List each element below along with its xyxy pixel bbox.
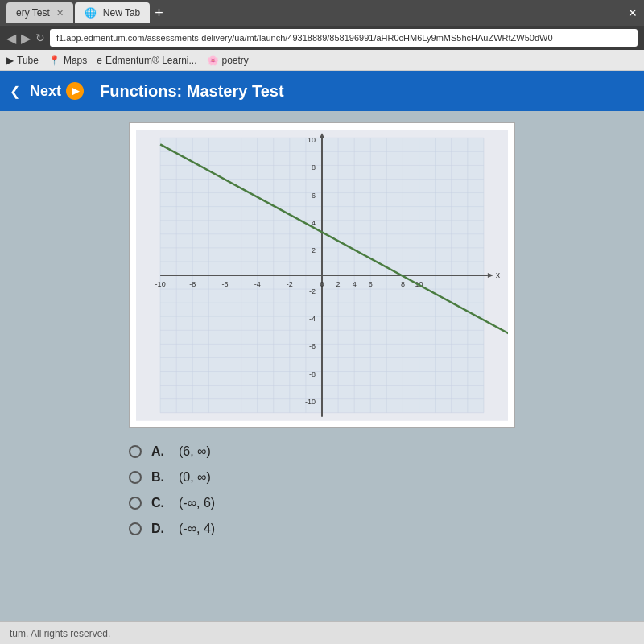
svg-text:6: 6 [312,192,316,200]
svg-text:-2: -2 [287,280,293,288]
bookmark-label: Tube [17,55,39,66]
label-a: A. [151,444,169,459]
value-b: (0, ∞) [179,470,211,485]
tab-close-icon[interactable]: ✕ [56,8,64,19]
address-text: f1.app.edmentum.com/assessments-delivery… [56,33,553,43]
svg-text:0: 0 [320,280,324,288]
poetry-icon: 🌸 [207,55,219,66]
edmentum-icon: e [97,55,102,66]
choice-a[interactable]: A. (6, ∞) [129,444,515,459]
next-button[interactable]: Next ▶ [30,82,84,100]
tube-icon: ▶ [6,55,14,66]
bookmark-label: Maps [64,55,87,66]
new-tab-button[interactable]: + [155,5,163,22]
graph-container: -10 -8 -6 -4 -2 0 2 4 6 8 10 x 10 8 6 [129,122,515,428]
svg-text:-10: -10 [155,280,166,288]
close-window-button[interactable]: ✕ [628,6,638,19]
radio-d[interactable] [129,522,142,535]
svg-text:4: 4 [353,280,357,288]
value-d: (-∞, 4) [179,522,215,536]
svg-text:-4: -4 [309,315,316,323]
bookmark-poetry[interactable]: 🌸 poetry [207,55,249,66]
value-a: (6, ∞) [179,444,211,459]
bookmark-tube[interactable]: ▶ Tube [6,55,39,66]
choice-b[interactable]: B. (0, ∞) [129,470,515,485]
next-label: Next [30,83,61,100]
label-c: C. [151,496,169,510]
page-title: Functions: Mastery Test [100,82,284,101]
svg-text:2: 2 [312,246,316,254]
svg-text:8: 8 [312,163,316,171]
svg-text:-2: -2 [309,287,316,295]
svg-text:-10: -10 [305,398,316,406]
bookmark-label: Edmentum® Learni... [105,55,197,66]
svg-text:2: 2 [336,280,341,288]
answer-choices: A. (6, ∞) B. (0, ∞) C. (-∞, 6) D. (-∞, 4… [129,444,515,547]
tab-label: New Tab [103,7,140,19]
bookmark-label: poetry [222,55,249,66]
svg-text:6: 6 [369,280,373,288]
radio-c[interactable] [129,497,142,510]
address-bar: ◀ ▶ ↻ f1.app.edmentum.com/assessments-de… [0,26,644,50]
radio-b[interactable] [129,471,142,484]
app-header: ❮ Next ▶ Functions: Mastery Test [0,71,644,111]
next-arrow-icon: ▶ [66,82,84,100]
svg-text:4: 4 [312,219,316,227]
coordinate-graph: -10 -8 -6 -4 -2 0 2 4 6 8 10 x 10 8 6 [136,130,508,421]
tab-label: ery Test [16,7,50,19]
value-c: (-∞, 6) [179,496,215,510]
radio-a[interactable] [129,445,142,458]
refresh-button[interactable]: ↻ [35,31,45,44]
maps-icon: 📍 [48,55,60,66]
svg-text:-4: -4 [254,280,261,288]
svg-text:-8: -8 [189,280,196,288]
svg-text:-6: -6 [309,342,316,350]
svg-text:10: 10 [308,136,316,144]
bookmark-edmentum[interactable]: e Edmentum® Learni... [97,55,196,66]
back-button[interactable]: ◀ [6,31,16,46]
main-content: -10 -8 -6 -4 -2 0 2 4 6 8 10 x 10 8 6 [0,111,644,621]
collapse-icon[interactable]: ❮ [10,84,20,99]
label-b: B. [151,470,169,485]
new-tab-icon: 🌐 [85,7,97,19]
svg-text:-8: -8 [309,370,316,378]
tab-bar: ery Test ✕ 🌐 New Tab + ✕ [0,0,644,26]
bookmarks-bar: ▶ Tube 📍 Maps e Edmentum® Learni... 🌸 po… [0,50,644,71]
choice-d[interactable]: D. (-∞, 4) [129,522,515,536]
graph-area: -10 -8 -6 -4 -2 0 2 4 6 8 10 x 10 8 6 [136,130,508,421]
bookmark-maps[interactable]: 📍 Maps [48,55,87,66]
label-d: D. [151,522,169,536]
tab-new-tab[interactable]: 🌐 New Tab [75,2,150,23]
svg-text:x: x [496,270,500,279]
choice-c[interactable]: C. (-∞, 6) [129,496,515,510]
svg-text:-6: -6 [221,280,228,288]
browser-chrome: ery Test ✕ 🌐 New Tab + ✕ ◀ ▶ ↻ f1.app.ed… [0,0,644,71]
svg-text:8: 8 [401,280,405,288]
footer: tum. All rights reserved. [0,621,644,644]
forward-button[interactable]: ▶ [21,31,31,46]
address-input[interactable]: f1.app.edmentum.com/assessments-delivery… [50,29,638,47]
tab-mastery-test[interactable]: ery Test ✕ [6,2,73,23]
footer-text: tum. All rights reserved. [10,628,110,639]
